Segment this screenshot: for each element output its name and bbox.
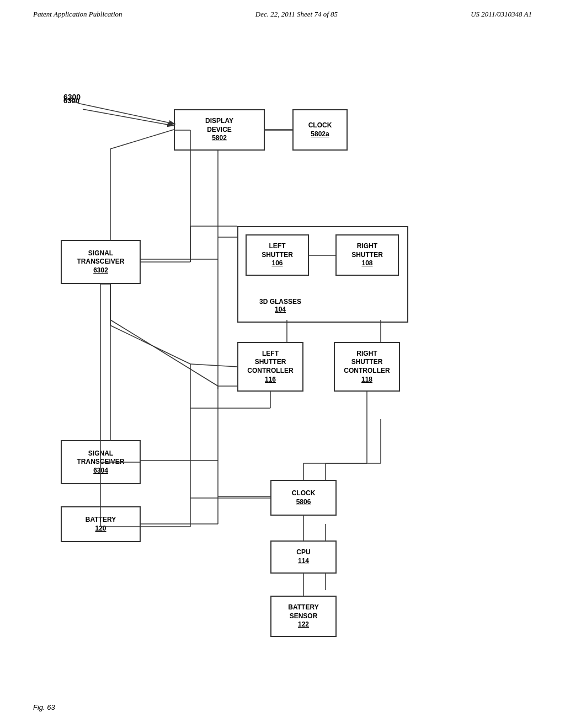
right-shutter-box: RIGHT SHUTTER 108 [335, 234, 399, 276]
cpu-114-box: CPU 114 [270, 540, 337, 574]
header-right: US 2011/0310348 A1 [471, 10, 532, 19]
svg-line-44 [110, 325, 190, 364]
fig-label: Fig. 63 [33, 703, 55, 711]
svg-line-25 [110, 320, 218, 386]
clock-5806-box: CLOCK 5806 [270, 480, 337, 516]
svg-line-45 [190, 364, 237, 367]
battery-120-box: BATTERY 120 [61, 506, 141, 542]
battery-sensor-box: BATTERY SENSOR 122 [270, 596, 337, 637]
glasses-3d-label: 3D GLASSES 104 [259, 298, 301, 313]
header-center: Dec. 22, 2011 Sheet 74 of 85 [255, 10, 338, 19]
clock-5802a-box: CLOCK 5802a [292, 109, 348, 151]
svg-line-31 [110, 130, 174, 149]
right-shutter-controller-box: RIGHT SHUTTER CONTROLLER 118 [334, 342, 400, 392]
label-6300: 6300 [63, 93, 81, 101]
left-shutter-controller-box: LEFT SHUTTER CONTROLLER 116 [237, 342, 303, 392]
svg-line-1 [83, 109, 174, 126]
left-shutter-box: LEFT SHUTTER 106 [246, 234, 309, 276]
header-left: Patent Application Publication [33, 10, 122, 19]
display-device-box: DISPLAY DEVICE 5802 [174, 109, 265, 151]
signal-transceiver-6302-box: SIGNAL TRANSCEIVER 6302 [61, 240, 141, 284]
svg-line-35 [80, 104, 175, 124]
signal-transceiver-6304-box: SIGNAL TRANSCEIVER 6304 [61, 440, 141, 484]
